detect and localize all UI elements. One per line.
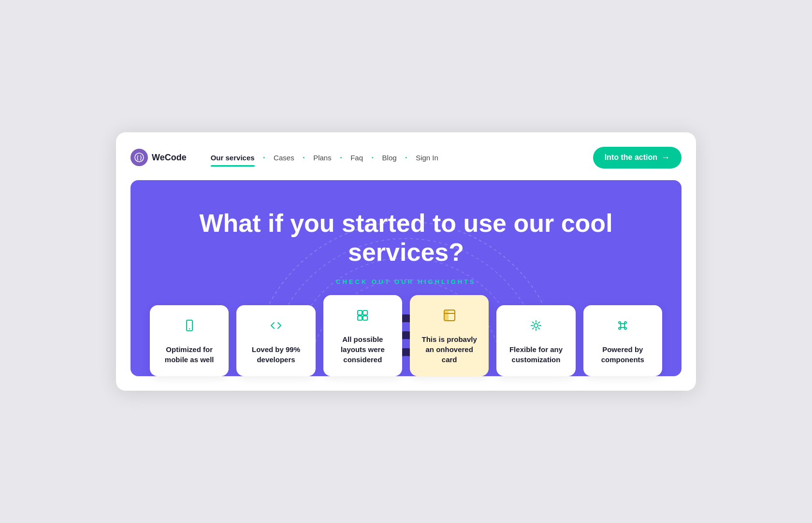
card-flexible[interactable]: Flexible for any customization [496,305,575,376]
svg-rect-7 [363,316,367,320]
card-components[interactable]: Powered by components [583,305,662,376]
nav-links: Our services • Cases • Plans • Faq • Blo… [206,151,593,165]
hero-section: What if you started to use our cool serv… [130,180,682,377]
nav-dot-1: • [263,155,265,160]
svg-point-3 [188,328,189,329]
logo[interactable]: { } WeCode [130,149,187,166]
browser-frame: { } WeCode Our services • Cases • Plans … [116,132,696,391]
layout-icon [443,309,456,325]
nav-link-signin[interactable]: Sign In [411,151,443,165]
grid-icon [356,309,369,325]
nav-dot-4: • [372,155,374,160]
hero-subtitle: CHECK OUT OUR HIGHLIGHTS [150,278,662,285]
card-code[interactable]: Loved by 99% developers [236,305,315,376]
nav-link-plans[interactable]: Plans [308,151,336,165]
nav-link-cases[interactable]: Cases [269,151,299,165]
card-components-title: Powered by components [595,344,651,365]
nav-dot-3: • [340,155,342,160]
svg-rect-9 [444,310,449,321]
card-mobile-title: Optimized for mobile as well [161,344,217,365]
code-icon [269,319,283,336]
nav-dot-5: • [406,155,407,160]
hero-title: What if you started to use our cool serv… [150,209,662,267]
logo-text: WeCode [152,153,187,163]
nav-link-services[interactable]: Our services [206,151,260,165]
svg-text:{ }: { } [137,155,142,160]
svg-rect-4 [358,311,362,315]
nav-dot-2: • [303,155,305,160]
card-flexible-title: Flexible for any customization [508,344,564,365]
mobile-icon [183,319,196,336]
svg-rect-5 [363,311,367,315]
cards-row: Optimized for mobile as well Loved by 99… [150,295,662,376]
cmd-icon [616,319,629,336]
logo-icon: { } [130,149,148,166]
card-hovered[interactable]: This is probavly an onhovered card [410,295,489,376]
card-mobile[interactable]: Optimized for mobile as well [150,305,229,376]
nav-link-blog[interactable]: Blog [377,151,402,165]
navbar: { } WeCode Our services • Cases • Plans … [130,147,682,180]
gear-icon [529,319,543,336]
svg-rect-12 [621,324,624,327]
nav-link-faq[interactable]: Faq [346,151,368,165]
card-hovered-title: This is probavly an onhovered card [421,334,477,365]
card-layouts-title: All possible layouts were considered [335,334,391,365]
cta-label: Into the action [605,153,657,162]
svg-rect-6 [358,316,362,320]
cta-button[interactable]: Into the action → [593,147,682,169]
card-code-title: Loved by 99% developers [248,344,304,365]
card-layouts[interactable]: All possible layouts were considered [323,295,402,376]
svg-point-11 [534,324,538,327]
cta-arrow-icon: → [661,153,670,163]
